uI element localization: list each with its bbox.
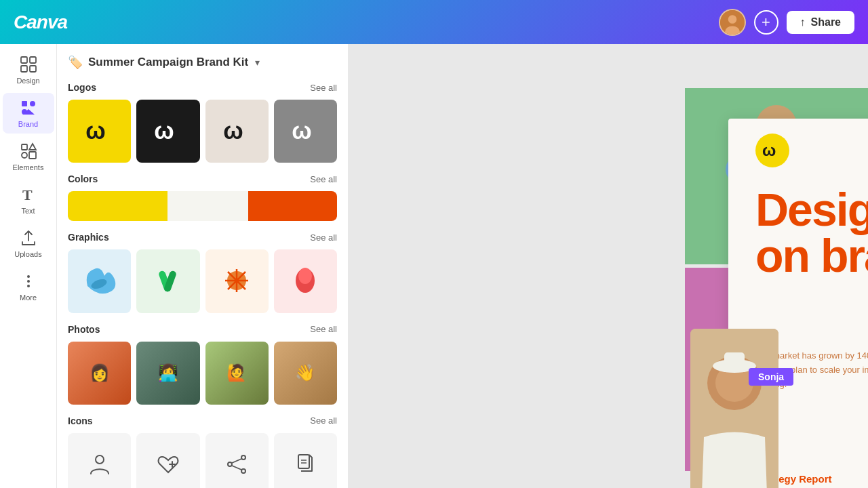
grid-icon bbox=[19, 55, 38, 74]
sidebar-item-design-label: Design bbox=[16, 77, 39, 85]
canva-logo: Canva bbox=[14, 12, 67, 33]
logo-item-4[interactable]: ω bbox=[274, 100, 337, 163]
sidebar-item-brand[interactable]: Brand bbox=[3, 93, 54, 134]
svg-point-29 bbox=[96, 455, 104, 464]
svg-line-34 bbox=[232, 466, 241, 470]
photos-see-all[interactable]: See all bbox=[310, 324, 337, 334]
svg-point-31 bbox=[241, 455, 245, 460]
svg-text:ω: ω bbox=[292, 117, 311, 144]
icons-section-header: Icons See all bbox=[68, 415, 337, 426]
sonja-photo bbox=[690, 329, 778, 488]
icons-see-all[interactable]: See all bbox=[310, 415, 337, 426]
svg-rect-6 bbox=[30, 66, 36, 72]
svg-rect-14 bbox=[29, 152, 36, 159]
graphics-title: Graphics bbox=[68, 232, 109, 243]
uploads-icon bbox=[19, 228, 38, 247]
graphics-see-all[interactable]: See all bbox=[310, 232, 337, 243]
color-yellow[interactable] bbox=[68, 191, 167, 221]
svg-point-1 bbox=[728, 15, 736, 24]
sidebar-item-more-label: More bbox=[20, 293, 37, 302]
sidebar-item-uploads-label: Uploads bbox=[14, 250, 41, 258]
svg-rect-5 bbox=[21, 66, 27, 72]
sidebar-item-more[interactable]: More bbox=[3, 266, 54, 307]
svg-rect-53 bbox=[724, 352, 745, 369]
sidebar-item-text[interactable]: T Text bbox=[3, 180, 54, 220]
photo-item-2[interactable]: 👩‍💻 bbox=[136, 342, 199, 405]
logos-section-header: Logos See all bbox=[68, 82, 337, 93]
svg-point-17 bbox=[27, 280, 30, 283]
logos-title: Logos bbox=[68, 82, 96, 93]
svg-point-28 bbox=[298, 268, 312, 284]
brand-panel: 🏷️ Summer Campaign Brand Kit ▾ Logos See… bbox=[57, 44, 349, 488]
color-orange[interactable] bbox=[248, 191, 337, 221]
brand-kit-header[interactable]: 🏷️ Summer Campaign Brand Kit ▾ bbox=[68, 55, 337, 70]
colors-title: Colors bbox=[68, 174, 98, 184]
icon-tile-person[interactable] bbox=[68, 433, 131, 488]
photo-item-3[interactable]: 🙋 bbox=[205, 342, 269, 405]
brand-kit-icon: 🏷️ bbox=[68, 55, 83, 70]
chevron-down-icon: ▾ bbox=[255, 57, 260, 68]
svg-text:ω: ω bbox=[762, 141, 776, 159]
canvas-area: ω Design on brand Our market has grown b… bbox=[349, 44, 868, 488]
text-icon: T bbox=[19, 185, 38, 204]
icon-sidebar: Design Brand Elements bbox=[0, 44, 57, 488]
photo-item-1[interactable]: 👩 bbox=[68, 342, 131, 405]
svg-text:T: T bbox=[22, 186, 33, 203]
photos-section-header: Photos See all bbox=[68, 324, 337, 335]
svg-rect-11 bbox=[22, 144, 27, 150]
svg-text:ω: ω bbox=[85, 117, 105, 144]
card-logo: ω bbox=[755, 134, 789, 167]
sonja-tooltip-pointer bbox=[749, 381, 755, 388]
card-headline: Design on brand bbox=[755, 186, 868, 279]
svg-rect-3 bbox=[21, 57, 27, 63]
share-label: Share bbox=[811, 16, 841, 28]
brand-kit-title: Summer Campaign Brand Kit bbox=[88, 56, 248, 69]
logo-item-1[interactable]: ω bbox=[68, 100, 131, 163]
graphic-item-3[interactable] bbox=[205, 249, 269, 312]
icons-grid bbox=[68, 433, 337, 488]
colors-section-header: Colors See all bbox=[68, 174, 337, 184]
svg-rect-35 bbox=[298, 455, 309, 468]
colors-see-all[interactable]: See all bbox=[310, 174, 337, 184]
icon-tile-heart-plus[interactable] bbox=[136, 433, 199, 488]
add-button[interactable]: + bbox=[754, 10, 778, 35]
svg-rect-4 bbox=[30, 57, 36, 63]
svg-point-8 bbox=[30, 101, 35, 106]
colors-bar[interactable] bbox=[68, 191, 337, 221]
brand-icon bbox=[19, 98, 38, 117]
svg-rect-10 bbox=[22, 109, 27, 115]
svg-line-33 bbox=[232, 459, 241, 463]
sidebar-item-design[interactable]: Design bbox=[3, 49, 54, 90]
svg-text:ω: ω bbox=[155, 117, 174, 144]
svg-point-18 bbox=[27, 285, 30, 287]
share-button[interactable]: ↑ Share bbox=[787, 11, 854, 34]
logo-item-2[interactable]: ω bbox=[136, 100, 199, 163]
sidebar-item-uploads[interactable]: Uploads bbox=[3, 223, 54, 264]
photos-grid: 👩 👩‍💻 🙋 👋 bbox=[68, 342, 337, 405]
svg-point-30 bbox=[228, 462, 232, 466]
avatar[interactable] bbox=[719, 9, 746, 36]
svg-point-16 bbox=[27, 275, 30, 278]
icon-tile-document[interactable] bbox=[274, 433, 337, 488]
headline-line1: Design bbox=[755, 186, 868, 232]
photo-item-4[interactable]: 👋 bbox=[274, 342, 337, 405]
header: Canva + ↑ Share bbox=[0, 0, 868, 44]
graphic-item-2[interactable] bbox=[136, 249, 199, 312]
sidebar-item-elements[interactable]: Elements bbox=[3, 136, 54, 177]
graphic-item-4[interactable] bbox=[274, 249, 337, 312]
logos-grid: ω ω ω ω bbox=[68, 100, 337, 163]
photos-title: Photos bbox=[68, 324, 100, 335]
svg-point-13 bbox=[22, 152, 27, 158]
color-white[interactable] bbox=[167, 191, 248, 221]
graphic-item-1[interactable] bbox=[68, 249, 131, 312]
header-right: + ↑ Share bbox=[719, 9, 854, 36]
headline-line2: on brand bbox=[755, 232, 868, 279]
more-icon bbox=[19, 272, 38, 291]
graphics-section-header: Graphics See all bbox=[68, 232, 337, 243]
svg-rect-7 bbox=[22, 101, 27, 106]
logo-item-3[interactable]: ω bbox=[205, 100, 269, 163]
sidebar-item-elements-label: Elements bbox=[13, 163, 44, 171]
graphics-grid bbox=[68, 249, 337, 312]
logos-see-all[interactable]: See all bbox=[310, 83, 337, 93]
icon-tile-share[interactable] bbox=[205, 433, 269, 488]
